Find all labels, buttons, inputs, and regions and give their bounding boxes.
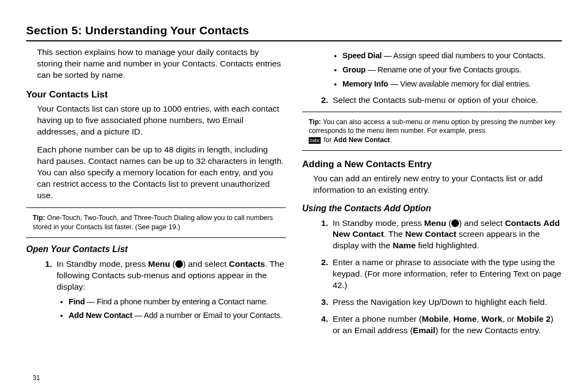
section-title: Section 5: Understanding Your Contacts bbox=[26, 23, 562, 38]
menu-label: Menu bbox=[148, 259, 170, 268]
tip-number-key: Tip: You can also access a sub-menu or m… bbox=[308, 115, 562, 148]
txt: ) and select bbox=[183, 259, 229, 268]
heading-open-contacts: Open Your Contacts List bbox=[26, 243, 286, 255]
name-field-label: Name bbox=[393, 241, 415, 250]
txt: field highlighted. bbox=[416, 241, 479, 250]
contacts-list-p1: Your Contacts list can store up to 1000 … bbox=[37, 103, 285, 138]
txt: , or bbox=[503, 314, 517, 323]
menu-key-icon bbox=[451, 219, 459, 227]
desc: — Find a phone number by entering a Cont… bbox=[85, 297, 268, 306]
menu-label: Menu bbox=[424, 218, 446, 228]
term: Add New Contact bbox=[69, 311, 132, 320]
contacts-label: Contacts bbox=[505, 218, 541, 228]
contacts-list-body: Your Contacts list can store up to 1000 … bbox=[37, 103, 285, 201]
term: Speed Dial bbox=[342, 51, 382, 60]
bullet-find: Find — Find a phone number by entering a… bbox=[69, 296, 286, 308]
txt: ( bbox=[170, 259, 175, 268]
desc: — Rename one of your five Contacts group… bbox=[366, 65, 522, 74]
open-contacts-steps-cont: Select the Contacts sub-menu or option o… bbox=[315, 95, 562, 106]
mobile2-label: Mobile 2 bbox=[517, 314, 550, 323]
mobile-label: Mobile bbox=[422, 314, 449, 323]
desc: — Add a number or Email to your Contacts… bbox=[132, 311, 282, 320]
left-column: This section explains how to manage your… bbox=[26, 47, 286, 341]
open-step-1: In Standby mode, press Menu () and selec… bbox=[54, 259, 286, 322]
home-label: Home bbox=[453, 314, 476, 323]
menu-key-icon bbox=[175, 260, 183, 268]
bullet-group: Group — Rename one of your five Contacts… bbox=[342, 64, 562, 76]
term: Find bbox=[69, 297, 85, 306]
txt: . The bbox=[384, 229, 405, 238]
tip-label: Tip: bbox=[309, 118, 321, 126]
tip-rule-top bbox=[26, 207, 286, 208]
submenu-bullets-left: Find — Find a phone number by entering a… bbox=[57, 296, 286, 322]
txt: Enter a phone number ( bbox=[333, 314, 422, 323]
adding-p: You can add an entirely new entry to you… bbox=[313, 173, 561, 196]
bullet-add-new-contact: Add New Contact — Add a number or Email … bbox=[69, 310, 286, 322]
intro-paragraph: This section explains how to manage your… bbox=[37, 47, 285, 81]
contacts-label: Contacts bbox=[229, 259, 265, 268]
tip2-rule-top bbox=[302, 112, 562, 112]
work-label: Work bbox=[481, 314, 502, 323]
txt: ) and select bbox=[459, 218, 505, 228]
entering-text-ref: Entering Text bbox=[480, 269, 529, 278]
tip-body: One-Touch, Two-Touch, and Three-Touch Di… bbox=[33, 214, 273, 231]
key-2abc-icon: 2abc bbox=[309, 137, 321, 144]
tip2-rule-bottom bbox=[302, 150, 562, 151]
right-column: Speed Dial — Assign speed dial numbers t… bbox=[302, 47, 562, 341]
term: Memory Info bbox=[342, 79, 388, 88]
add-step-2: Enter a name or phrase to associate with… bbox=[330, 257, 562, 291]
tip-body-c: . bbox=[390, 136, 391, 144]
bullet-speed-dial: Speed Dial — Assign speed dial numbers t… bbox=[342, 50, 562, 62]
add-option-steps: In Standby mode, press Menu () and selec… bbox=[315, 218, 562, 336]
add-step-3: Press the Navigation key Up/Down to high… bbox=[330, 297, 562, 308]
txt: In Standby mode, press bbox=[333, 218, 424, 228]
txt: ( bbox=[446, 218, 451, 228]
tip-body-a: You can also access a sub-menu or menu o… bbox=[309, 118, 555, 135]
new-contact-label: New Contact bbox=[405, 229, 456, 238]
txt: In Standby mode, press bbox=[57, 259, 148, 268]
tip-bold: Add New Contact bbox=[334, 136, 390, 144]
heading-your-contacts-list: Your Contacts List bbox=[26, 89, 286, 101]
open-step-2: Select the Contacts sub-menu or option o… bbox=[330, 95, 562, 106]
add-step-1: In Standby mode, press Menu () and selec… bbox=[330, 218, 562, 252]
heading-adding-entry: Adding a New Contacts Entry bbox=[302, 158, 562, 171]
manual-page: Section 5: Understanding Your Contacts T… bbox=[0, 0, 588, 392]
two-column-layout: This section explains how to manage your… bbox=[26, 47, 562, 341]
term: Group bbox=[342, 65, 366, 74]
intro-text: This section explains how to manage your… bbox=[37, 47, 285, 81]
bullet-memory-info: Memory Info — View available memory for … bbox=[342, 78, 562, 90]
contacts-list-p2: Each phone number can be up to 48 digits… bbox=[37, 144, 285, 201]
section-rule bbox=[26, 40, 562, 41]
add-step-4: Enter a phone number (Mobile, Home, Work… bbox=[330, 314, 562, 336]
adding-body: You can add an entirely new entry to you… bbox=[313, 173, 561, 196]
desc: — View available memory for dial entries… bbox=[388, 79, 531, 88]
page-number: 31 bbox=[33, 373, 40, 382]
txt: , bbox=[477, 314, 482, 323]
submenu-bullets-right: Speed Dial — Assign speed dial numbers t… bbox=[330, 50, 562, 90]
tip-label: Tip: bbox=[33, 214, 45, 222]
tip-body-b: for bbox=[322, 136, 334, 144]
email-label: Email bbox=[413, 326, 435, 335]
heading-using-add-option: Using the Contacts Add Option bbox=[302, 203, 562, 215]
tip-rule-bottom bbox=[26, 237, 286, 238]
tip-dialing: Tip: One-Touch, Two-Touch, and Three-Tou… bbox=[32, 211, 286, 234]
open-contacts-steps: In Standby mode, press Menu () and selec… bbox=[39, 259, 286, 322]
desc: — Assign speed dial numbers to your Cont… bbox=[382, 51, 545, 60]
txt: ) for the new Contacts entry. bbox=[436, 326, 541, 335]
